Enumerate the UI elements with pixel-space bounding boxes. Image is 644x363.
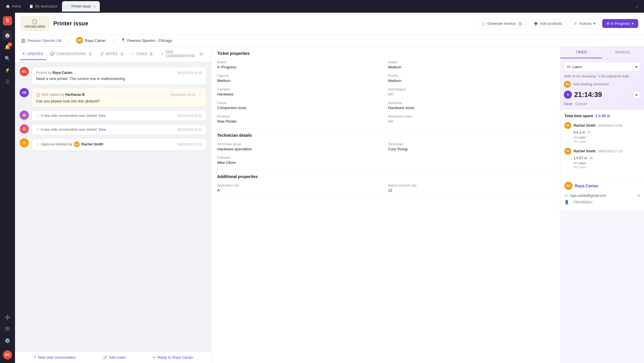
avatar: HB — [20, 88, 29, 97]
sidebar-item-menu[interactable]: ☰ — [2, 76, 13, 87]
sidebar: S 🏠 🔔 31 🔍 ⚡ ☰ ➕ 🕸 ⚙️ RC — [0, 13, 15, 363]
tab-notes[interactable]: 📝 NOTES 1 — [97, 48, 127, 60]
sidebar-item-search[interactable]: 🔍 — [2, 53, 13, 63]
status-button[interactable]: In Progress ▾ — [602, 19, 638, 28]
timer-category-select[interactable]: 🏷 Labor ▾ — [564, 62, 641, 72]
sidebar-item-notifications[interactable]: 🔔 31 — [2, 42, 13, 52]
activity-time-3: 06/26/2023 17:58 — [177, 143, 202, 146]
timer-cancel-button[interactable]: Cancel — [575, 102, 587, 106]
time-amount-2: 1 h 57 m ✏ — [574, 156, 640, 160]
side-conv-icon-small: ↗ — [36, 114, 39, 118]
contact-email: ✉ raya.carian@gmail.com ⧉ — [564, 193, 640, 198]
tasks-icon: ✓ — [131, 52, 134, 56]
labor-icon-1: 🏷 — [574, 136, 577, 139]
tab-conversations[interactable]: 💬 CONVERSATIONS 1 — [47, 48, 96, 60]
ticket-icon: 📋 — [32, 19, 37, 24]
content-area: 📋 #051023-0002 Printer issue 🧾 Generate … — [15, 13, 644, 363]
technician-details-section: Technician details Technician group Hard… — [211, 128, 560, 170]
assignee-avatar: RC — [76, 37, 83, 44]
tab-updates[interactable]: ↻ UPDATES — [20, 48, 46, 60]
header-left: 📋 #051023-0002 Printer issue — [21, 16, 88, 31]
view-link-2[interactable]: View — [98, 128, 106, 132]
location-text: Pearson Spector - Chicago — [127, 38, 172, 43]
email-icon: ✉ — [564, 194, 568, 198]
tab-printer-issue[interactable]: 📄 Printer issue ✕ — [62, 1, 100, 12]
copy-email-button[interactable]: ⧉ — [637, 193, 640, 198]
timer-user-avatar: RS — [564, 81, 571, 88]
prop-priority: Priority Medium — [388, 74, 555, 83]
contact-header: RC Raya Carian — [564, 182, 640, 190]
add-products-button[interactable]: ➕ Add products — [529, 19, 566, 28]
status-dot — [607, 23, 609, 25]
generate-invoice-button[interactable]: 🧾 Generate invoice 1 — [477, 18, 527, 29]
sidebar-item-add[interactable]: ➕ — [2, 312, 13, 323]
tab-timer[interactable]: TIMER — [560, 46, 602, 58]
properties-panel: Ticket properties Status In Progress Imp… — [211, 46, 560, 363]
timer-comment-input[interactable] — [573, 82, 641, 86]
ticket-id-badge: 📋 #051023-0002 — [21, 16, 49, 31]
additional-properties-title: Additional properties — [217, 174, 554, 179]
prop-followers: Followers Mike Oliver — [217, 156, 554, 165]
timer-save-button[interactable]: Save — [564, 102, 572, 106]
workspace-favicon: 📋 — [29, 4, 33, 8]
avatar: 🔔 — [20, 111, 29, 120]
fullscreen-icon[interactable]: ⤢ — [636, 4, 642, 9]
actions-button[interactable]: ⚡ Actions ▾ — [569, 19, 600, 28]
meta-location: 📍 Pearson Spector - Chicago — [121, 38, 172, 43]
prop-technician: Technician Cory Young — [388, 142, 555, 151]
home-favicon: 🏠 — [6, 4, 10, 8]
sidebar-item-graph[interactable]: 🕸 — [2, 324, 13, 334]
timer-time: ⏸ 21:14:39 — [564, 91, 602, 99]
new-side-conversation-button[interactable]: ↗ New side conversation — [33, 355, 76, 360]
sidebar-item-settings[interactable]: ⚙️ — [2, 335, 13, 346]
meta-company: 🏢 Pearson Spector Litt — [21, 38, 61, 43]
assignee-name: Raya Carian — [85, 38, 106, 43]
contact-name[interactable]: Raya Carian — [575, 184, 598, 188]
sidebar-item-home[interactable]: 🏠 — [2, 30, 13, 40]
timer-body: 🏷 Labor ▾ 2686.76 hrs remaining • 2 hrs … — [560, 59, 644, 109]
ticket-properties-section: Ticket properties Status In Progress Imp… — [211, 46, 560, 128]
activity-card-side-conv-2: ↗ A new side conversation was started Vi… — [32, 124, 206, 135]
time-notes-1: No notes — [574, 140, 640, 143]
add-products-icon: ➕ — [534, 21, 538, 26]
prop-tech-group: Technician group Hardware specialists — [217, 142, 384, 151]
ticket-id: #051023-0002 — [25, 25, 45, 28]
sidebar-item-layers[interactable]: ⚡ — [2, 65, 13, 75]
additional-props-grid: Application List A Approx print per day … — [217, 184, 554, 192]
conversations-icon: 💬 — [50, 52, 55, 56]
status-chevron-icon: ▾ — [632, 21, 634, 26]
prop-subcause: Subcause Hardware Issue — [388, 101, 555, 110]
tab-home[interactable]: 🏠 Home — [2, 1, 25, 12]
notes-badge: 1 — [119, 52, 125, 56]
timer-section: TIMER MANUAL 🏷 Labor ▾ 2686.76 hrs r — [560, 46, 644, 110]
reply-button[interactable]: ↩ Reply to Raya Carian — [153, 355, 193, 360]
view-link[interactable]: View — [98, 114, 106, 118]
list-item: HB 📋 Note added by Hariharan B 05/10/202… — [20, 88, 206, 107]
timer-tabs: TIMER MANUAL — [560, 46, 644, 59]
printer-favicon: 📄 — [65, 4, 70, 8]
approver-name: Rachel Smith — [81, 142, 103, 146]
tab-side-conversations[interactable]: ↗ SIDE CONVERSATIONS 2 — [158, 46, 206, 62]
tab-my-workspace[interactable]: 📋 My workspace — [26, 1, 61, 12]
tab-manual[interactable]: MANUAL — [602, 46, 644, 58]
side-conv-badge: 2 — [198, 52, 204, 56]
timer-pause-button[interactable]: ⏸ — [564, 91, 572, 99]
time-edit-icon-2[interactable]: ✏ — [589, 156, 594, 160]
add-notes-icon: 📝 — [102, 355, 107, 360]
time-edit-icon-1[interactable]: ✏ — [587, 130, 592, 134]
time-entry-1: RS Rachel Smith 08/08/2023 14:50 0 h 2 m… — [564, 122, 640, 143]
avatar[interactable]: RC — [3, 350, 12, 360]
ticket-properties-title: Ticket properties — [217, 51, 554, 56]
invoice-count: 1 — [517, 21, 523, 26]
time-category-2: 🏷 Labor — [574, 161, 640, 165]
select-chevron-icon: ▾ — [635, 65, 637, 69]
activity-card-note: 📋 Note added by Hariharan B 05/10/2023 1… — [32, 88, 206, 107]
prop-print-per-day: Approx print per day 12 — [388, 184, 555, 192]
close-tab-icon[interactable]: ✕ — [92, 4, 96, 8]
approval-icon: ⚠ — [36, 142, 39, 146]
tab-tasks[interactable]: ✓ TASKS 5 — [128, 48, 157, 60]
note-options-icon[interactable]: ⋮ — [198, 92, 202, 97]
add-notes-button[interactable]: 📝 Add notes — [102, 355, 126, 360]
company-link[interactable]: Pearson Spector Litt — [27, 38, 61, 43]
timer-stop-button[interactable]: ⏹ — [632, 91, 641, 99]
